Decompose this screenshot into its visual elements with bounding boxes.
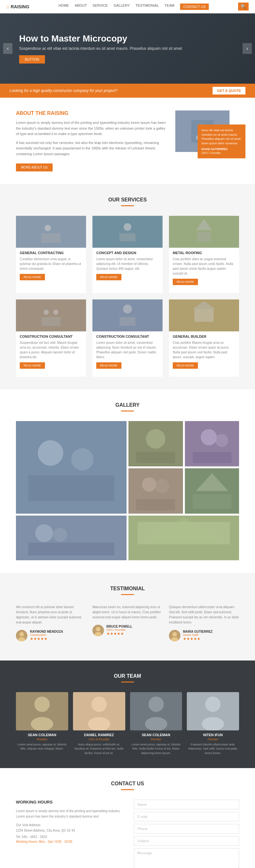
svg-rect-11 — [197, 232, 210, 241]
service-read-more-2[interactable]: READ MORE — [96, 274, 121, 280]
service-card-6: GENERAL BUILDER Cras porttitor Mauris fe… — [169, 300, 239, 377]
team-photo-svg-2 — [73, 692, 125, 731]
team-photo-svg-1 — [16, 692, 68, 731]
service-photo-6 — [191, 300, 217, 331]
team-title: OUR TEAM — [16, 673, 239, 679]
form-subject-input[interactable] — [134, 836, 239, 846]
about-para1: Lorem ipsum is simply dummy text of the … — [16, 120, 166, 137]
svg-point-51 — [96, 627, 100, 631]
svg-point-63 — [148, 696, 163, 712]
svg-rect-36 — [136, 499, 175, 510]
service-title-2: CONCEPT AND DESIGN — [96, 251, 159, 255]
gallery-item-3[interactable] — [185, 421, 240, 466]
stars-2: ★★★★★ — [106, 631, 132, 636]
nav-contact[interactable]: CONTACT US — [180, 3, 209, 10]
svg-rect-32 — [192, 452, 231, 463]
avatar-icon-3 — [169, 630, 180, 641]
gallery-grid — [16, 421, 239, 560]
nav-gallery[interactable]: GALLERY — [113, 3, 130, 10]
service-title-6: GENERAL BUILDER — [173, 335, 235, 338]
form-phone-input[interactable] — [134, 824, 239, 834]
team-photo-4 — [187, 692, 239, 731]
service-desc-5: Lorem ipsum dolor sit amet, consectetur … — [96, 340, 159, 360]
hero-section: ‹ How to Master Microcopy Suspendisse ac… — [0, 13, 255, 84]
team-name-4: NITEN IFUN — [187, 733, 239, 737]
gallery-item-1[interactable] — [16, 421, 126, 514]
svg-rect-39 — [192, 494, 231, 509]
testimonial-card-author: DAVID GUTIERREZ — [202, 148, 242, 151]
svg-point-41 — [35, 524, 53, 542]
team-card-3: SEAN COLEMAN Plumber Lorem amet purus, e… — [130, 692, 182, 756]
get-quote-button[interactable]: GET A QUOTE — [213, 87, 246, 94]
house-icon: ⌂ — [6, 4, 9, 9]
gallery-title: GALLERY — [16, 402, 239, 408]
testimonial-card-role: CEO / Founder — [202, 151, 242, 155]
author-role-2: CEO / Founder — [106, 628, 132, 631]
hero-next-button[interactable]: › — [243, 43, 252, 54]
service-photo-2 — [115, 216, 140, 248]
search-button[interactable]: 🔍 — [238, 3, 249, 10]
service-img-5 — [93, 300, 162, 331]
avatar-icon-2 — [93, 625, 104, 636]
contact-visit-label: Our Visit Address — [16, 823, 40, 827]
nav-testimonial[interactable]: TESTIMONIAL — [136, 3, 159, 10]
author-role-1: Construction — [30, 633, 63, 637]
form-name-input[interactable] — [134, 800, 239, 809]
gallery-item-6[interactable] — [16, 516, 126, 560]
nav-service[interactable]: SERVICE — [93, 3, 108, 10]
team-desc-1: Lorem amet purus, egestas ut, lobortis f… — [16, 743, 68, 751]
contact-section: CONTACT US WORKING HOURS Lorem ipsum is … — [0, 768, 255, 868]
svg-point-42 — [53, 528, 67, 542]
working-hours-title: WORKING HOURS — [16, 800, 121, 804]
svg-point-30 — [201, 429, 217, 445]
contact-address: Our Visit Address 1234 Street Address, C… — [16, 823, 121, 833]
testimonial-card: Nunc elit vitae est lacinia interdum eu … — [197, 124, 246, 158]
svg-point-27 — [146, 429, 166, 448]
about-section: ABOUT THE RAISING Lorem ipsum is simply … — [0, 98, 255, 184]
service-photo-3 — [191, 216, 217, 248]
nav-team[interactable]: TEAM — [165, 3, 174, 10]
svg-point-35 — [155, 479, 169, 493]
team-photo-1 — [16, 692, 68, 731]
nav-home[interactable]: HOME — [58, 3, 69, 10]
gallery-item-4[interactable] — [129, 468, 183, 514]
hero-cta-button[interactable]: BUTTON — [19, 55, 45, 64]
gallery-photo-7 — [129, 516, 239, 560]
hero-prev-button[interactable]: ‹ — [3, 43, 12, 54]
service-card-3: METAL ROOFING Cras porttitor diam ac aug… — [169, 216, 239, 293]
gallery-item-5[interactable] — [185, 468, 240, 514]
service-read-more-1[interactable]: READ MORE — [20, 274, 45, 280]
team-photo-2 — [73, 692, 125, 731]
nav-about[interactable]: ABOUT — [75, 3, 87, 10]
author-name-1: RAYMOND MENDOZA — [30, 630, 63, 633]
gallery-item-2[interactable] — [129, 421, 183, 466]
service-title-4: CONSTRUCTION CONSULTANT — [20, 335, 82, 338]
form-message-input[interactable] — [134, 848, 239, 868]
contact-title: CONTACT US — [16, 781, 239, 786]
gallery-photo-1 — [16, 421, 126, 514]
contact-address-text: 1234 Street Address, City Area, QC 42 43 — [16, 829, 75, 832]
service-read-more-5[interactable]: READ MORE — [96, 362, 121, 369]
promo-bar: Looking for a high quality constructor c… — [0, 84, 255, 98]
avatar-3 — [169, 630, 180, 641]
team-role-3: Plumber — [130, 738, 182, 741]
hero-heading: How to Master Microcopy — [19, 33, 236, 44]
gallery-item-7[interactable] — [129, 516, 239, 560]
gallery-photo-2 — [129, 421, 183, 466]
about-more-button[interactable]: MORE ABOUT US — [16, 163, 52, 172]
svg-rect-43 — [28, 543, 114, 555]
service-desc-4: Suspendisse vel lact velit. Mauris feugi… — [20, 340, 82, 360]
about-image-block: Nunc elit vitae est lacinia interdum eu … — [175, 111, 239, 152]
service-card-1: GENERAL CONTRACTING Curabitur elementum … — [16, 216, 86, 293]
service-title-3: METAL ROOFING — [173, 251, 235, 255]
team-role-1: Plumber — [16, 738, 68, 741]
service-read-more-4[interactable]: READ MORE — [20, 362, 45, 369]
team-name-3: SEAN COLEMAN — [130, 733, 182, 737]
service-read-more-6[interactable]: READ MORE — [173, 362, 198, 369]
form-email-input[interactable] — [134, 812, 239, 822]
testimonial-author-1: RAYMOND MENDOZA Construction ★★★★★ — [16, 630, 86, 641]
service-read-more-3[interactable]: READ MORE — [173, 279, 198, 285]
svg-rect-6 — [115, 216, 140, 248]
testimonial-section: TESTIMONIAL We construct elit ut pulvina… — [0, 573, 255, 660]
nav-links: HOME ABOUT SERVICE GALLERY TESTIMONIAL T… — [58, 3, 209, 10]
